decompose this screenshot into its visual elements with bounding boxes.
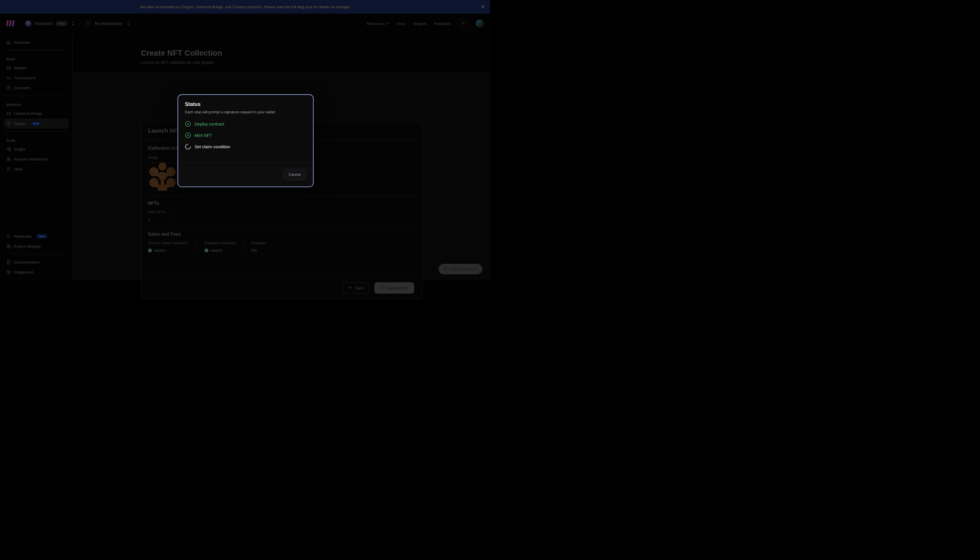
step-mint-nft: Mint NFT	[185, 132, 306, 138]
scope-switcher-chevrons-icon[interactable]	[127, 21, 131, 26]
sidebar-section-scale: Scale	[4, 135, 68, 144]
sidebar-item-universal-bridge[interactable]: Universal Bridge	[4, 108, 68, 118]
project-name[interactable]: Rootstock	[35, 21, 53, 26]
sidebar-item-label: Playground	[14, 270, 33, 274]
royalties-recipient-label: Royalties Recipient	[205, 241, 236, 245]
sidebar-item-label: Tokens	[14, 122, 26, 126]
primary-sales-recipient-label: Primary Sales Recipient	[148, 241, 190, 245]
bell-icon	[6, 234, 11, 239]
sidebar-item-account-abstraction[interactable]: Account Abstraction	[4, 154, 68, 164]
project-switcher-chevrons-icon[interactable]	[71, 21, 75, 26]
dashed-divider	[148, 227, 415, 227]
page-title: Create NFT Collection	[141, 49, 490, 58]
recipient-name[interactable]: owans	[154, 248, 165, 253]
dialog-subtitle: Each step will prompt a signature reques…	[185, 110, 306, 114]
sidebar-item-documentation[interactable]: Documentation	[4, 257, 68, 267]
sidebar-item-transactions[interactable]: Transactions	[4, 73, 68, 83]
royalties-recipient-value: owans	[205, 248, 236, 253]
sidebar-section-build: Build	[4, 53, 68, 63]
notifications-button[interactable]	[458, 18, 468, 29]
sidebar-item-label: Documentation	[14, 260, 40, 264]
collection-image	[148, 162, 177, 191]
breadcrumb-slash	[79, 20, 81, 27]
sidebar-item-label: Wallets	[14, 66, 27, 70]
dialog-footer: Cancel	[178, 162, 313, 187]
nav-support[interactable]: Support	[413, 22, 427, 26]
nfts-heading: NFTs	[148, 201, 415, 206]
scope-cube-icon	[85, 20, 92, 27]
nav-resources[interactable]: Resources	[367, 22, 390, 26]
step-deploy-contract: Deploy contract	[185, 121, 306, 127]
breadcrumb-slash	[20, 20, 22, 27]
banner-text: We have re-branded our Engine, Universal…	[140, 5, 350, 9]
step-label: Set claim condition	[195, 144, 230, 149]
sidebar-item-label: Vault	[14, 167, 22, 171]
new-badge: New	[36, 234, 48, 239]
assistant-label: Ask AI Assistant	[450, 267, 478, 271]
sidebar-item-label: Webhooks	[14, 234, 32, 238]
dashed-divider	[148, 196, 415, 196]
nav-feedback[interactable]: Feedback	[434, 22, 451, 26]
top-navigation: Rootstock Free My Marketplace Resources …	[0, 13, 490, 33]
sidebar-section-monetize: Monetize	[4, 99, 68, 108]
step-set-claim-condition: Set claim condition	[185, 144, 306, 150]
scope-name[interactable]: My Marketplace	[95, 21, 123, 26]
sidebar-item-tokens[interactable]: Tokens New	[4, 118, 68, 128]
primary-sales-recipient-value: owans	[148, 248, 190, 253]
nav-support-label: Support	[413, 22, 427, 26]
total-nfts-label: Total NFTs	[148, 210, 166, 214]
coins-icon	[6, 121, 11, 126]
nft-artwork	[148, 163, 177, 191]
sidebar-item-contracts[interactable]: Contracts	[4, 83, 68, 93]
banner-close-button[interactable]	[480, 4, 486, 10]
gear-icon	[6, 244, 11, 249]
divider	[5, 96, 68, 96]
sidebar-item-label: Project Settings	[14, 244, 41, 248]
dashed-divider	[173, 210, 173, 222]
card-footer: Back Launch NFT	[141, 277, 422, 280]
announcement-banner: We have re-branded our Engine, Universal…	[0, 0, 490, 13]
document-icon	[6, 85, 11, 90]
sidebar-item-insight[interactable]: Insight	[4, 144, 68, 154]
royalties-label: Royalties	[251, 241, 266, 245]
sidebar-item-vault[interactable]: Vault	[4, 164, 68, 174]
thirdweb-logo[interactable]	[6, 20, 16, 27]
sidebar-item-project-settings[interactable]: Project Settings	[4, 242, 68, 251]
status-dialog: Status Each step will prompt a signature…	[178, 94, 313, 187]
plan-badge: Free	[56, 21, 68, 26]
cube-icon	[6, 270, 11, 275]
sidebar: Overview Build Wallets Transactions Cont…	[0, 33, 73, 280]
sidebar-item-label: Contracts	[14, 86, 30, 90]
dashed-divider	[243, 241, 244, 253]
sales-fees-heading: Sales and Fees	[148, 232, 415, 237]
dialog-title: Status	[185, 102, 306, 107]
chevron-down-icon	[387, 22, 390, 26]
sidebar-item-label: Insight	[14, 147, 25, 152]
credit-card-icon	[6, 111, 11, 116]
cancel-button[interactable]: Cancel	[283, 169, 306, 180]
sidebar-item-label: Transactions	[14, 76, 36, 80]
sidebar-item-label: Overview	[14, 40, 30, 45]
wallet-icon	[6, 66, 11, 70]
nav-docs-label: Docs	[397, 22, 406, 26]
recipient-avatar	[205, 248, 208, 252]
sidebar-item-playground[interactable]: Playground	[4, 267, 68, 277]
sidebar-item-overview[interactable]: Overview	[4, 37, 68, 47]
sidebar-item-webhooks[interactable]: Webhooks New	[4, 231, 68, 242]
page-subtitle: Launch an NFT collection for your projec…	[141, 60, 490, 65]
user-avatar[interactable]	[476, 20, 484, 28]
check-circle-icon	[185, 132, 191, 138]
arrows-swap-icon	[6, 75, 11, 80]
sidebar-item-wallets[interactable]: Wallets	[4, 63, 68, 73]
dashed-divider	[197, 241, 197, 253]
nav-docs[interactable]: Docs	[397, 22, 406, 26]
chat-bubble-icon	[443, 267, 448, 272]
recipient-name[interactable]: owans	[210, 248, 222, 253]
new-badge: New	[30, 121, 42, 126]
nav-resources-label: Resources	[367, 22, 385, 26]
divider	[5, 132, 68, 132]
sidebar-item-label: Universal Bridge	[14, 111, 42, 116]
book-icon	[6, 260, 11, 265]
recipient-avatar	[148, 248, 152, 252]
ask-ai-assistant-button[interactable]: Ask AI Assistant	[438, 264, 482, 274]
